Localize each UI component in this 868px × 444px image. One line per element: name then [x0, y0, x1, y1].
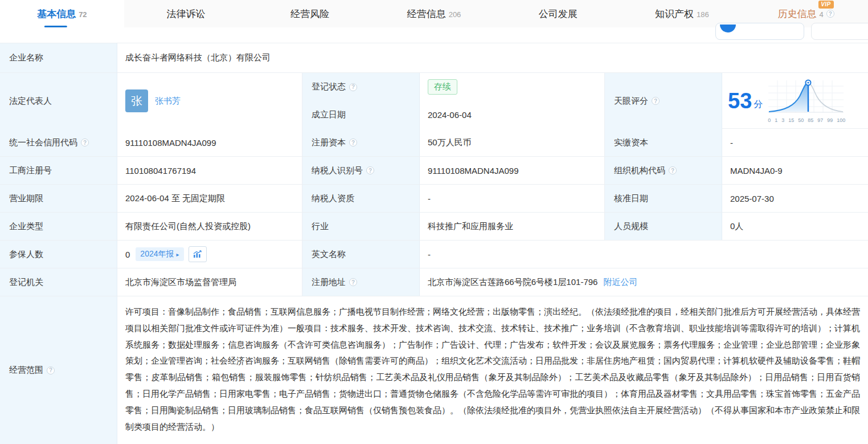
taxpayer-quality-label: 纳税人资质 [302, 185, 420, 212]
table-row: 参保人数 0 2024年报 ▸ 英文名称 - [0, 241, 868, 268]
tab-label: 经营信息 [407, 7, 446, 21]
legal-rep-label: 法定代表人 [0, 73, 117, 129]
chevron-right-icon: ▸ [177, 251, 179, 258]
tab-operating-info[interactable]: 经营信息 206 [372, 0, 496, 27]
annual-report-badge[interactable]: 2024年报 ▸ [136, 247, 183, 261]
status-badge: 存续 [428, 79, 457, 95]
table-row: 经营范围 ? 许可项目：音像制品制作；食品销售；互联网信息服务；广播电视节目制作… [0, 296, 868, 444]
tab-label: 经营风险 [290, 7, 329, 21]
english-name-value: - [420, 241, 868, 268]
reg-number-label: 工商注册号 [0, 157, 117, 184]
tab-label: 法律诉讼 [167, 7, 206, 21]
table-row: 企业类型 有限责任公司(自然人投资或控股) 行业 科技推广和应用服务业 人员规模… [0, 213, 868, 241]
establish-date-label: 成立日期 [302, 101, 420, 129]
company-name-value: 成长奋斗者网络科技（北京）有限公司 [117, 43, 868, 72]
org-code-label: 组织机构代码 ? [605, 157, 722, 184]
staff-size-label: 人员规模 [605, 213, 722, 240]
company-type-label: 企业类型 [0, 213, 117, 240]
bell-curve-icon [767, 78, 846, 115]
help-icon[interactable]: ? [81, 139, 89, 146]
avatar[interactable]: 张 [125, 89, 148, 112]
tab-company-development[interactable]: 公司发展 [496, 0, 620, 27]
business-scope-value: 许可项目：音像制品制作；食品销售；互联网信息服务；广播电视节目制作经营；网络文化… [117, 296, 868, 444]
table-row: 统一社会信用代码 ? 91110108MADN4JA099 注册资本 ? 50万… [0, 129, 868, 157]
help-icon[interactable]: ? [47, 366, 55, 374]
tab-count: 206 [449, 10, 461, 19]
industry-value: 科技推广和应用服务业 [420, 213, 605, 240]
business-term-label: 营业期限 [0, 185, 117, 212]
reg-address-cell: 北京市海淀区古莲路66号院6号楼1层101-796 附近公司 [420, 268, 868, 296]
help-icon[interactable]: ? [826, 10, 834, 18]
reg-capital-value: 50万人民币 [420, 129, 605, 156]
nearby-companies-link[interactable]: 附近公司 [603, 277, 637, 288]
bar-chart-icon [193, 250, 202, 258]
tab-count: 186 [697, 10, 709, 19]
approval-date-value: 2025-07-30 [722, 185, 868, 212]
insured-trend-chart-button[interactable] [189, 246, 207, 262]
company-type-value: 有限责任公司(自然人投资或控股) [117, 213, 302, 240]
insured-count-cell: 0 2024年报 ▸ [117, 241, 302, 268]
taxpayer-id-value: 91110108MADN4JA099 [420, 157, 605, 184]
score-axis-labels: 01 315 5085 9799 100 [767, 117, 846, 123]
score-unit: 分 [754, 99, 763, 111]
tab-basic-info[interactable]: 基本信息 72 [0, 0, 124, 27]
company-name-label: 企业名称 [0, 43, 117, 72]
approval-date-label: 核准日期 [605, 185, 722, 212]
tab-count: 72 [79, 10, 87, 19]
vip-badge: VIP [818, 1, 834, 9]
tab-label: 公司发展 [539, 7, 578, 21]
legal-rep-cell: 张 张书芳 [117, 73, 302, 129]
paid-capital-label: 实缴资本 [605, 129, 722, 156]
help-icon[interactable]: ? [669, 166, 677, 174]
score-value[interactable]: 53 [728, 90, 752, 112]
overlay-fragment [811, 23, 868, 40]
paid-capital-value: - [722, 129, 868, 156]
table-row: 法定代表人 张 张书芳 登记状态 ? 存续 成立日期 2024-06-04 天眼… [0, 73, 868, 129]
legal-rep-name-link[interactable]: 张书芳 [155, 96, 181, 107]
table-row: 企业名称 成长奋斗者网络科技（北京）有限公司 [0, 43, 868, 73]
help-icon[interactable]: ? [652, 97, 660, 105]
company-info-table: 企业名称 成长奋斗者网络科技（北京）有限公司 法定代表人 张 张书芳 登记状态 … [0, 43, 868, 444]
taxpayer-quality-value: - [420, 185, 605, 212]
help-icon[interactable]: ? [349, 278, 357, 286]
reg-authority-label: 登记机关 [0, 268, 117, 296]
help-icon[interactable]: ? [349, 139, 357, 146]
table-row: 营业期限 2024-06-04 至 无固定期限 纳税人资质 - 核准日期 202… [0, 185, 868, 213]
reg-address-label: 注册地址 ? [302, 268, 420, 296]
taxpayer-id-label: 纳税人识别号 ? [302, 157, 420, 184]
reg-capital-label: 注册资本 ? [302, 129, 420, 156]
tab-operating-risk[interactable]: 经营风险 [248, 0, 372, 27]
industry-label: 行业 [302, 213, 420, 240]
tab-label: 基本信息 [37, 7, 76, 21]
establish-date-value: 2024-06-04 [420, 101, 605, 129]
insured-count-label: 参保人数 [0, 241, 117, 268]
active-tab-underline [44, 26, 67, 27]
table-row: 登记机关 北京市海淀区市场监督管理局 注册地址 ? 北京市海淀区古莲路66号院6… [0, 268, 868, 296]
english-name-label: 英文名称 [302, 241, 420, 268]
reg-status-label: 登记状态 ? [302, 73, 420, 101]
score-cell: 53 分 [722, 73, 868, 128]
staff-size-value: 0人 [722, 213, 868, 240]
tab-count: 4 [820, 10, 824, 19]
tab-legal-proceedings[interactable]: 法律诉讼 [124, 0, 248, 27]
insured-count-value: 0 [125, 250, 130, 259]
org-code-value: MADN4JA0-9 [722, 157, 868, 184]
reg-number-value: 110108041767194 [117, 157, 302, 184]
score-distribution-chart: 01 315 5085 9799 100 [767, 78, 846, 123]
business-scope-text: 许可项目：音像制品制作；食品销售；互联网信息服务；广播电视节目制作经营；网络文化… [125, 304, 860, 435]
business-term-value: 2024-06-04 至 无固定期限 [117, 185, 302, 212]
tab-label: 历史信息 [778, 7, 817, 21]
help-icon[interactable]: ? [366, 166, 374, 174]
reg-status-cell: 存续 [420, 73, 605, 101]
reg-address-value: 北京市海淀区古莲路66号院6号楼1层101-796 [428, 277, 597, 288]
table-row: 工商注册号 110108041767194 纳税人识别号 ? 91110108M… [0, 157, 868, 185]
tab-label: 知识产权 [655, 7, 694, 21]
business-scope-label: 经营范围 ? [0, 296, 117, 444]
help-icon[interactable]: ? [349, 83, 357, 91]
reg-authority-value: 北京市海淀区市场监督管理局 [117, 268, 302, 296]
credit-code-value: 91110108MADN4JA099 [117, 129, 302, 156]
credit-code-label: 统一社会信用代码 ? [0, 129, 117, 156]
score-label: 天眼评分 ? [605, 73, 722, 129]
